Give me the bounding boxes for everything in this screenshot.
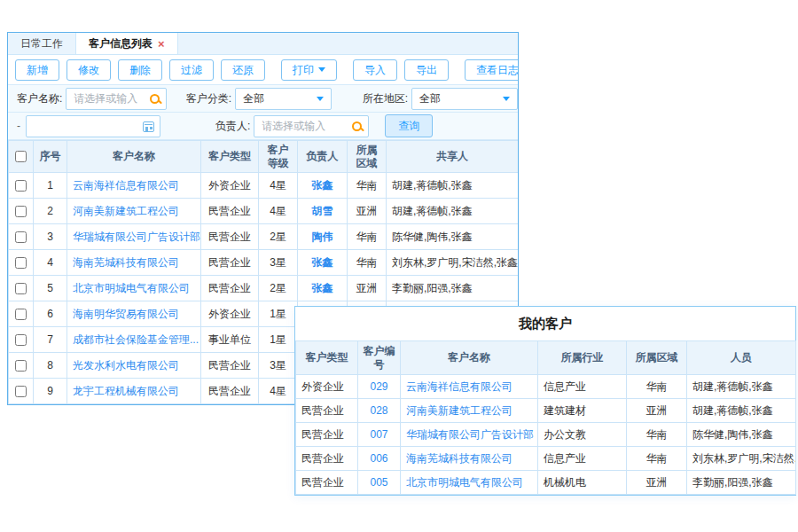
- calendar-icon[interactable]: [143, 121, 154, 132]
- customer-level: 4星: [259, 379, 298, 404]
- header-shared: 共享人: [387, 141, 519, 173]
- customer-level: 4星: [259, 199, 298, 224]
- my-customers-title: 我的客户: [295, 307, 795, 340]
- customer-name-link[interactable]: 云南海祥信息有限公司: [67, 173, 201, 199]
- customer-name-link[interactable]: 华瑞城有限公司广告设计部: [401, 423, 538, 447]
- category-label: 客户分类:: [186, 91, 231, 106]
- table-row: 5 北京市明城电气有限公司 民营企业 2星 张鑫 亚洲 李勤丽,阳强,张鑫: [9, 276, 519, 301]
- customer-no-link[interactable]: 028: [358, 399, 401, 423]
- customer-no-link[interactable]: 007: [358, 423, 401, 447]
- date-input[interactable]: [27, 116, 160, 137]
- customer-name-link[interactable]: 海南明华贸易有限公司: [67, 301, 201, 327]
- shared-people: 胡建,蒋德帧,张鑫: [387, 173, 519, 199]
- date-box: [26, 115, 160, 137]
- edit-button[interactable]: 修改: [66, 59, 111, 81]
- add-button[interactable]: 新增: [15, 59, 59, 81]
- customer-name-link[interactable]: 河南美新建筑工程公司: [401, 399, 538, 423]
- search-icon[interactable]: [351, 121, 364, 133]
- row-number: 9: [34, 379, 67, 404]
- table-row: 4 海南芜城科技有限公司 民营企业 3星 张鑫 华南 刘东林,罗广明,宋洁然,张…: [9, 250, 519, 276]
- select-all-cell: [9, 141, 34, 173]
- row-number: 2: [34, 199, 67, 224]
- region-select[interactable]: 全部: [411, 88, 518, 110]
- row-checkbox[interactable]: [15, 360, 27, 372]
- print-button[interactable]: 打印: [281, 59, 337, 81]
- region-select-value: 全部: [419, 91, 441, 106]
- select-all-checkbox[interactable]: [15, 151, 27, 162]
- owner-link[interactable]: 胡雪: [298, 199, 348, 224]
- customer-type: 民营企业: [296, 423, 358, 447]
- toolbar: 新增 修改 删除 过滤 还原 打印 导入 导出 查看日志: [8, 55, 518, 84]
- row-checkbox[interactable]: [15, 206, 27, 217]
- query-button[interactable]: 查询: [385, 114, 433, 137]
- customer-name-link[interactable]: 北京市明城电气有限公司: [401, 471, 538, 495]
- row-checkbox[interactable]: [15, 386, 27, 397]
- owner-link[interactable]: 张鑫: [298, 250, 348, 276]
- search-icon[interactable]: [149, 93, 161, 106]
- row-checkbox-cell: [9, 199, 34, 224]
- table-row: 民营企业 028 河南美新建筑工程公司 建筑建材 亚洲 胡建,蒋德帧,张鑫: [296, 399, 796, 423]
- customer-name-link[interactable]: 成都市社会保险基金管理...: [67, 327, 201, 353]
- shared-people: 陈华健,陶伟,张鑫: [387, 224, 519, 250]
- region: 亚洲: [348, 199, 387, 224]
- row-number: 1: [34, 173, 67, 199]
- customer-type: 民营企业: [201, 250, 259, 276]
- region: 华南: [348, 224, 387, 250]
- filter-button[interactable]: 过滤: [169, 59, 214, 81]
- import-button[interactable]: 导入: [353, 59, 397, 81]
- customer-name-link[interactable]: 北京市明城电气有限公司: [67, 276, 201, 301]
- customer-level: 1星: [259, 327, 298, 353]
- restore-button[interactable]: 还原: [221, 59, 265, 81]
- row-number: 6: [34, 301, 67, 327]
- tab-daily-work[interactable]: 日常工作: [8, 33, 75, 54]
- row-checkbox-cell: [9, 301, 34, 327]
- owner-label: 负责人:: [215, 119, 250, 134]
- customer-no-link[interactable]: 005: [358, 471, 401, 495]
- tab-customer-list[interactable]: 客户信息列表 ×: [75, 33, 178, 54]
- region: 华南: [348, 250, 387, 276]
- customer-type: 事业单位: [201, 327, 259, 353]
- table-row: 民营企业 007 华瑞城有限公司广告设计部 办公文教 华南 陈华健,陶伟,张鑫: [296, 423, 796, 447]
- chevron-down-icon: [317, 97, 324, 101]
- row-checkbox[interactable]: [15, 180, 27, 192]
- customer-name-link[interactable]: 云南海祥信息有限公司: [401, 375, 538, 399]
- customer-name-link[interactable]: 光发水利水电有限公司: [67, 353, 201, 379]
- table-header-row: 序号 客户名称 客户类型 客户等级 负责人 所属区域 共享人: [9, 141, 519, 173]
- customer-name-link[interactable]: 河南美新建筑工程公司: [67, 199, 201, 224]
- owner-link[interactable]: 张鑫: [298, 173, 348, 199]
- chevron-down-icon: [318, 67, 325, 72]
- header-customer-level: 客户等级: [259, 141, 298, 173]
- delete-button[interactable]: 删除: [118, 59, 162, 81]
- row-checkbox[interactable]: [15, 257, 27, 269]
- view-log-button[interactable]: 查看日志: [465, 59, 519, 81]
- owner-box: [254, 115, 369, 137]
- customer-name-link[interactable]: 海南芜城科技有限公司: [67, 250, 201, 276]
- row-checkbox[interactable]: [15, 231, 27, 243]
- customer-no-link[interactable]: 006: [358, 447, 401, 471]
- table-row: 2 河南美新建筑工程公司 民营企业 4星 胡雪 亚洲 胡建,蒋德帧,张鑫: [9, 199, 519, 224]
- table-header-row: 客户类型 客户编号 客户名称 所属行业 所属区域 人员: [296, 341, 796, 375]
- row-checkbox[interactable]: [15, 283, 27, 294]
- header-no: 序号: [34, 141, 67, 173]
- customer-no-link[interactable]: 029: [358, 375, 401, 399]
- print-button-label: 打印: [293, 64, 314, 76]
- customer-name-link[interactable]: 华瑞城有限公司广告设计部: [67, 224, 201, 250]
- people: 胡建,蒋德帧,张鑫: [687, 375, 796, 399]
- customer-name-link[interactable]: 海南芜城科技有限公司: [401, 447, 538, 471]
- region: 亚洲: [348, 276, 387, 301]
- row-checkbox[interactable]: [15, 309, 27, 320]
- row-checkbox[interactable]: [15, 334, 27, 346]
- customer-type: 外资企业: [201, 173, 259, 199]
- row-number: 3: [34, 224, 67, 250]
- header-industry: 所属行业: [538, 341, 627, 375]
- close-icon[interactable]: ×: [158, 38, 165, 50]
- filter-area: 客户名称: 客户分类: 全部 所在地区: 全部 - 负责人:: [8, 84, 518, 140]
- customer-name-link[interactable]: 龙宇工程机械有限公司: [67, 379, 201, 404]
- people: 刘东林,罗广明,宋洁然...: [687, 447, 796, 471]
- export-button[interactable]: 导出: [404, 59, 449, 81]
- owner-link[interactable]: 张鑫: [298, 276, 348, 301]
- region: 华南: [627, 447, 687, 471]
- category-select[interactable]: 全部: [235, 88, 331, 110]
- owner-link[interactable]: 陶伟: [298, 224, 348, 250]
- table-row: 民营企业 005 北京市明城电气有限公司 机械机电 亚洲 李勤丽,阳强,张鑫: [296, 471, 796, 495]
